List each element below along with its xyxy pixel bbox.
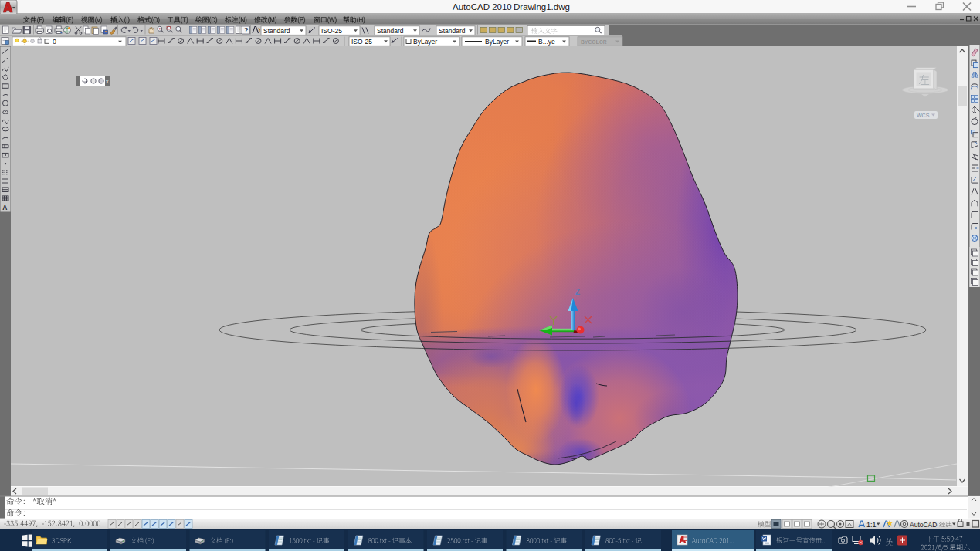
svg-text:0: 0 — [53, 38, 56, 46]
svg-text:ByLayer: ByLayer — [413, 38, 437, 46]
svg-text:Standard: Standard — [377, 27, 404, 35]
svg-text:A: A — [2, 204, 7, 211]
svg-text:x: x — [106, 79, 109, 84]
svg-text:WCS: WCS — [917, 113, 930, 118]
svg-text:Standard: Standard — [439, 27, 466, 35]
svg-text:ByLayer: ByLayer — [485, 38, 509, 46]
svg-text:?: ? — [244, 26, 249, 34]
svg-text:AutoCAD 2010: AutoCAD 2010 — [453, 2, 512, 12]
svg-text:AutoCAD: AutoCAD — [910, 521, 937, 529]
svg-text:1:1: 1:1 — [866, 521, 877, 529]
svg-text:Z: Z — [575, 288, 580, 296]
svg-text:B...ye: B...ye — [538, 38, 555, 46]
svg-text:ISO-25: ISO-25 — [351, 38, 372, 46]
svg-text:BYCOLOR: BYCOLOR — [581, 39, 607, 46]
svg-text:Drawing1.dwg: Drawing1.dwg — [514, 2, 570, 12]
svg-text:Standard: Standard — [263, 27, 290, 35]
svg-text:ISO-25: ISO-25 — [321, 27, 342, 35]
